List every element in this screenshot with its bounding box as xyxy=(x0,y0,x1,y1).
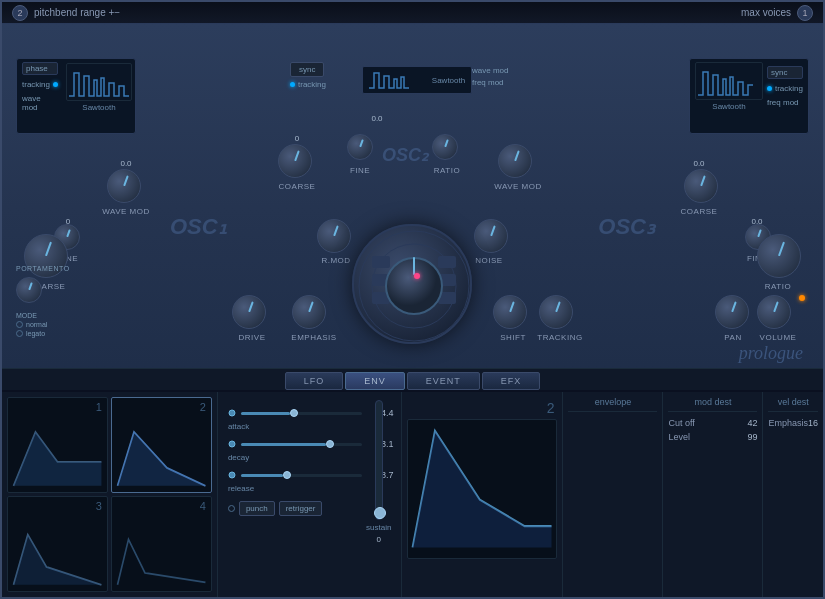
decay-slider-thumb[interactable] xyxy=(326,440,334,448)
drive-knob[interactable] xyxy=(232,295,266,329)
osc2-coarse-value: 0 xyxy=(272,134,322,143)
osc3-sync-btn[interactable]: sync xyxy=(767,66,803,79)
volume-knob[interactable] xyxy=(757,295,791,329)
env-graph xyxy=(407,419,557,559)
osc3-waveform xyxy=(695,62,763,100)
osc2-waveform-display: Sawtooth xyxy=(362,66,472,94)
tab-efx[interactable]: EFX xyxy=(482,372,541,390)
attack-slider-thumb[interactable] xyxy=(290,409,298,417)
svg-marker-10 xyxy=(13,432,101,486)
osc3-tracking-led[interactable] xyxy=(767,86,772,91)
pan-knob[interactable] xyxy=(715,295,749,329)
emphasis-knob[interactable] xyxy=(292,295,326,329)
emphasis-section: EMPHASIS xyxy=(292,295,348,342)
filter-tracking-label: TRACKING xyxy=(533,333,587,342)
tab-lfo[interactable]: LFO xyxy=(285,372,344,390)
release-slider-thumb[interactable] xyxy=(283,471,291,479)
osc3-display: Sawtooth sync tracking freq mod xyxy=(689,58,809,134)
env-preview-3-num: 3 xyxy=(96,500,102,512)
osc2-ratio-label: RATIO xyxy=(427,166,467,175)
svg-rect-5 xyxy=(438,256,456,268)
env-display-section: 2 xyxy=(402,392,563,597)
osc1-waveform xyxy=(66,63,132,101)
mod-dest-label-2: Level xyxy=(668,432,690,442)
osc2-wavemod-knob[interactable] xyxy=(498,144,532,178)
decay-slider-track[interactable] xyxy=(241,443,363,446)
env-preview-3[interactable]: 3 xyxy=(7,496,108,592)
osc2-tracking-led[interactable] xyxy=(290,82,295,87)
sustain-slider-track[interactable] xyxy=(375,400,383,520)
osc3-controls: sync tracking freq mod xyxy=(767,66,803,107)
tab-env[interactable]: ENV xyxy=(345,372,405,390)
osc1-phase-btn[interactable]: phase xyxy=(22,62,58,75)
osc2-wavemod-label: wave mod xyxy=(472,66,508,75)
mod-dest-value-1: 42 xyxy=(747,418,757,428)
vel-dest-row-1: Emphasis 16 xyxy=(768,416,818,430)
volume-label: VOLUME xyxy=(755,333,801,342)
sustain-value: 0 xyxy=(377,535,381,544)
env-preview-1[interactable]: 1 xyxy=(7,397,108,493)
osc2-fine-val: 0.0 xyxy=(362,114,392,123)
vel-dest-title: vel dest xyxy=(768,397,818,412)
osc3-freqmod-label: freq mod xyxy=(767,98,803,107)
osc2-freqmod-label: freq mod xyxy=(472,78,508,87)
filter-wheel[interactable] xyxy=(352,224,472,344)
mod-dest-value-2: 99 xyxy=(747,432,757,442)
portamento-normal-label: normal xyxy=(26,321,47,328)
osc2-wavemod-label-k: WAVE MOD xyxy=(490,182,546,191)
osc3-big-label: OSC₃ xyxy=(598,214,655,240)
right-data-sections: envelope mod dest Cut off 42 Level 99 xyxy=(563,392,823,597)
env-number: 2 xyxy=(407,397,557,419)
max-voices-label: max voices xyxy=(741,7,791,18)
svg-point-15 xyxy=(229,472,235,478)
osc3-ratio-knob[interactable] xyxy=(757,234,801,278)
env-preview-1-num: 1 xyxy=(96,401,102,413)
osc3-ratio-label: RATIO xyxy=(751,282,805,291)
retrigger-btn[interactable]: retrigger xyxy=(279,501,323,516)
portamento-label: PORTAMENTO xyxy=(16,265,70,272)
synth-logo: prologue xyxy=(739,343,803,364)
filter-wheel-area xyxy=(342,219,482,349)
top-bar: 2 pitchbend range +− max voices 1 xyxy=(2,2,823,24)
osc2-mod-labels: wave mod freq mod xyxy=(472,66,508,87)
portamento-legato-radio[interactable] xyxy=(16,330,23,337)
punch-btn[interactable]: punch xyxy=(239,501,275,516)
filter-tracking-knob[interactable] xyxy=(539,295,573,329)
osc2-sync-btn[interactable]: sync xyxy=(290,62,324,77)
osc3-tracking-row: tracking xyxy=(767,84,803,93)
synth-container: 2 pitchbend range +− max voices 1 phase … xyxy=(0,0,825,599)
max-voices-badge[interactable]: 1 xyxy=(797,5,813,21)
env-preview-4-num: 4 xyxy=(200,500,206,512)
bottom-panel: 1 2 3 4 xyxy=(2,390,823,597)
shift-knob[interactable] xyxy=(493,295,527,329)
osc2-coarse-knob[interactable] xyxy=(278,144,312,178)
portamento-knob[interactable] xyxy=(16,277,42,303)
osc2-fine-knob[interactable] xyxy=(347,134,373,160)
portamento-normal-radio[interactable] xyxy=(16,321,23,328)
osc2-tracking-label: tracking xyxy=(298,80,326,89)
osc2-ratio-knob[interactable] xyxy=(432,134,458,160)
svg-marker-16 xyxy=(413,431,552,548)
pitchbend-badge[interactable]: 2 xyxy=(12,5,28,21)
osc1-wavemod-knob[interactable] xyxy=(107,169,141,203)
punch-radio[interactable] xyxy=(228,505,235,512)
emphasis-label: EMPHASIS xyxy=(286,333,342,342)
attack-slider-track[interactable] xyxy=(241,412,363,415)
tab-event[interactable]: EVENT xyxy=(407,372,480,390)
vel-dest-label-1: Emphasis xyxy=(768,418,808,428)
env-preview-4[interactable]: 4 xyxy=(111,496,212,592)
osc1-tracking-led[interactable] xyxy=(53,82,58,87)
osc2-fine-label: FINE xyxy=(342,166,378,175)
osc3-wavemod-knob[interactable] xyxy=(684,169,718,203)
osc1-wavemod-label: wave mod xyxy=(22,94,58,112)
sustain-slider-thumb[interactable] xyxy=(374,507,386,519)
release-slider-track[interactable] xyxy=(241,474,363,477)
osc3-waveform-area: Sawtooth xyxy=(695,62,763,111)
portamento-mode-label: MODE xyxy=(16,312,70,319)
env-preview-2[interactable]: 2 xyxy=(111,397,212,493)
svg-point-13 xyxy=(229,410,235,416)
osc2-wave-label: Sawtooth xyxy=(429,76,465,85)
mod-dest-section: mod dest Cut off 42 Level 99 xyxy=(663,392,763,597)
tab-bar: LFO ENV EVENT EFX xyxy=(2,368,823,392)
osc3-coarse-label: COARSE xyxy=(674,207,724,216)
